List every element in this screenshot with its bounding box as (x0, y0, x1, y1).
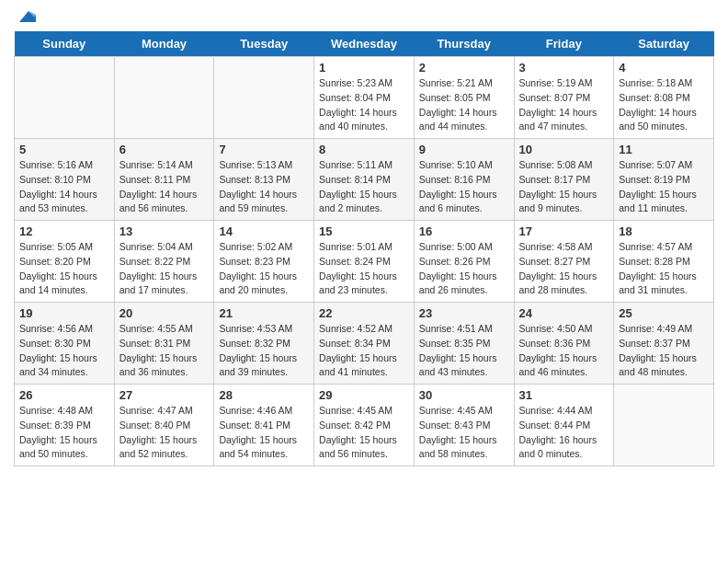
day-number: 13 (119, 224, 210, 238)
calendar-cell (614, 385, 714, 466)
day-number: 5 (19, 143, 109, 156)
day-number: 22 (319, 306, 409, 320)
day-number: 12 (19, 224, 109, 238)
page-header (14, 9, 714, 24)
calendar-cell: 27 Sunrise: 4:47 AMSunset: 8:40 PMDaylig… (114, 385, 214, 466)
day-detail: Sunrise: 4:45 AMSunset: 8:42 PMDaylight:… (319, 404, 409, 462)
day-detail: Sunrise: 5:11 AMSunset: 8:14 PMDaylight:… (319, 158, 409, 216)
col-header-saturday: Saturday (614, 31, 714, 57)
col-header-thursday: Thursday (414, 31, 514, 57)
calendar-cell: 7 Sunrise: 5:13 AMSunset: 8:13 PMDayligh… (214, 139, 314, 221)
calendar-cell: 26 Sunrise: 4:48 AMSunset: 8:39 PMDaylig… (15, 385, 115, 466)
day-detail: Sunrise: 4:46 AMSunset: 8:41 PMDaylight:… (219, 404, 309, 462)
day-detail: Sunrise: 5:07 AMSunset: 8:19 PMDaylight:… (619, 158, 709, 216)
calendar-cell: 25 Sunrise: 4:49 AMSunset: 8:37 PMDaylig… (614, 303, 714, 385)
day-detail: Sunrise: 4:44 AMSunset: 8:44 PMDaylight:… (519, 404, 609, 462)
col-header-sunday: Sunday (15, 31, 115, 57)
day-number: 31 (519, 388, 609, 402)
calendar-cell: 21 Sunrise: 4:53 AMSunset: 8:32 PMDaylig… (214, 303, 314, 385)
logo (14, 9, 36, 24)
calendar-cell: 14 Sunrise: 5:02 AMSunset: 8:23 PMDaylig… (214, 221, 314, 303)
week-row-5: 26 Sunrise: 4:48 AMSunset: 8:39 PMDaylig… (15, 385, 714, 466)
calendar-cell: 31 Sunrise: 4:44 AMSunset: 8:44 PMDaylig… (514, 385, 614, 466)
calendar-cell: 18 Sunrise: 4:57 AMSunset: 8:28 PMDaylig… (614, 221, 714, 303)
day-number: 21 (219, 306, 309, 320)
calendar-cell: 3 Sunrise: 5:19 AMSunset: 8:07 PMDayligh… (514, 57, 614, 139)
day-detail: Sunrise: 4:45 AMSunset: 8:43 PMDaylight:… (419, 404, 509, 462)
day-number: 19 (19, 306, 109, 320)
calendar-cell: 23 Sunrise: 4:51 AMSunset: 8:35 PMDaylig… (414, 303, 514, 385)
calendar-cell: 19 Sunrise: 4:56 AMSunset: 8:30 PMDaylig… (15, 303, 115, 385)
day-detail: Sunrise: 4:57 AMSunset: 8:28 PMDaylight:… (619, 240, 709, 298)
calendar-cell: 16 Sunrise: 5:00 AMSunset: 8:26 PMDaylig… (414, 221, 514, 303)
calendar-cell: 28 Sunrise: 4:46 AMSunset: 8:41 PMDaylig… (214, 385, 314, 466)
day-detail: Sunrise: 4:56 AMSunset: 8:30 PMDaylight:… (19, 322, 109, 380)
day-number: 9 (419, 143, 509, 156)
day-detail: Sunrise: 4:47 AMSunset: 8:40 PMDaylight:… (119, 404, 210, 462)
day-number: 27 (119, 388, 210, 402)
day-number: 15 (319, 224, 409, 238)
day-detail: Sunrise: 4:55 AMSunset: 8:31 PMDaylight:… (119, 322, 210, 380)
calendar-cell: 1 Sunrise: 5:23 AMSunset: 8:04 PMDayligh… (314, 57, 415, 139)
day-number: 3 (519, 61, 609, 75)
day-detail: Sunrise: 4:52 AMSunset: 8:34 PMDaylight:… (319, 322, 409, 380)
day-number: 28 (219, 388, 309, 402)
day-number: 26 (19, 388, 109, 402)
calendar-cell: 9 Sunrise: 5:10 AMSunset: 8:16 PMDayligh… (414, 139, 514, 221)
day-detail: Sunrise: 5:08 AMSunset: 8:17 PMDaylight:… (519, 158, 609, 216)
day-number: 16 (419, 224, 509, 238)
page-container: SundayMondayTuesdayWednesdayThursdayFrid… (0, 0, 728, 476)
calendar-cell: 6 Sunrise: 5:14 AMSunset: 8:11 PMDayligh… (114, 139, 214, 221)
day-detail: Sunrise: 4:53 AMSunset: 8:32 PMDaylight:… (219, 322, 309, 380)
day-detail: Sunrise: 5:00 AMSunset: 8:26 PMDaylight:… (419, 240, 509, 298)
week-row-1: 1 Sunrise: 5:23 AMSunset: 8:04 PMDayligh… (15, 57, 714, 139)
day-number: 29 (319, 388, 409, 402)
logo-icon (16, 9, 36, 24)
day-detail: Sunrise: 4:50 AMSunset: 8:36 PMDaylight:… (519, 322, 609, 380)
day-detail: Sunrise: 5:01 AMSunset: 8:24 PMDaylight:… (319, 240, 409, 298)
calendar-cell: 11 Sunrise: 5:07 AMSunset: 8:19 PMDaylig… (614, 139, 714, 221)
day-detail: Sunrise: 5:02 AMSunset: 8:23 PMDaylight:… (219, 240, 309, 298)
col-header-monday: Monday (114, 31, 214, 57)
day-number: 2 (419, 61, 509, 75)
calendar-cell: 20 Sunrise: 4:55 AMSunset: 8:31 PMDaylig… (114, 303, 214, 385)
day-number: 6 (119, 143, 210, 156)
day-detail: Sunrise: 5:14 AMSunset: 8:11 PMDaylight:… (119, 158, 210, 216)
col-header-tuesday: Tuesday (214, 31, 314, 57)
calendar-cell: 15 Sunrise: 5:01 AMSunset: 8:24 PMDaylig… (314, 221, 415, 303)
calendar-cell: 8 Sunrise: 5:11 AMSunset: 8:14 PMDayligh… (314, 139, 415, 221)
day-detail: Sunrise: 5:13 AMSunset: 8:13 PMDaylight:… (219, 158, 309, 216)
day-number: 8 (319, 143, 409, 156)
week-row-2: 5 Sunrise: 5:16 AMSunset: 8:10 PMDayligh… (15, 139, 714, 221)
day-detail: Sunrise: 4:48 AMSunset: 8:39 PMDaylight:… (19, 404, 109, 462)
day-detail: Sunrise: 5:18 AMSunset: 8:08 PMDaylight:… (619, 76, 709, 134)
day-detail: Sunrise: 5:10 AMSunset: 8:16 PMDaylight:… (419, 158, 509, 216)
day-detail: Sunrise: 5:05 AMSunset: 8:20 PMDaylight:… (19, 240, 109, 298)
day-number: 17 (519, 224, 609, 238)
calendar-cell: 13 Sunrise: 5:04 AMSunset: 8:22 PMDaylig… (114, 221, 214, 303)
calendar-cell: 4 Sunrise: 5:18 AMSunset: 8:08 PMDayligh… (614, 57, 714, 139)
day-number: 23 (419, 306, 509, 320)
day-number: 7 (219, 143, 309, 156)
day-number: 25 (619, 306, 709, 320)
calendar-cell (214, 57, 314, 139)
day-number: 4 (619, 61, 709, 75)
calendar-cell: 12 Sunrise: 5:05 AMSunset: 8:20 PMDaylig… (15, 221, 115, 303)
day-number: 30 (419, 388, 509, 402)
calendar-cell: 30 Sunrise: 4:45 AMSunset: 8:43 PMDaylig… (414, 385, 514, 466)
week-row-4: 19 Sunrise: 4:56 AMSunset: 8:30 PMDaylig… (15, 303, 714, 385)
day-detail: Sunrise: 5:23 AMSunset: 8:04 PMDaylight:… (319, 76, 409, 134)
calendar-cell: 24 Sunrise: 4:50 AMSunset: 8:36 PMDaylig… (514, 303, 614, 385)
day-detail: Sunrise: 5:19 AMSunset: 8:07 PMDaylight:… (519, 76, 609, 134)
day-number: 1 (319, 61, 409, 75)
day-number: 24 (519, 306, 609, 320)
calendar-cell: 2 Sunrise: 5:21 AMSunset: 8:05 PMDayligh… (414, 57, 514, 139)
calendar-cell: 5 Sunrise: 5:16 AMSunset: 8:10 PMDayligh… (15, 139, 115, 221)
calendar-cell (15, 57, 115, 139)
day-number: 10 (519, 143, 609, 156)
day-detail: Sunrise: 5:04 AMSunset: 8:22 PMDaylight:… (119, 240, 210, 298)
day-detail: Sunrise: 4:49 AMSunset: 8:37 PMDaylight:… (619, 322, 709, 380)
day-number: 14 (219, 224, 309, 238)
svg-marker-0 (19, 11, 36, 22)
day-detail: Sunrise: 4:51 AMSunset: 8:35 PMDaylight:… (419, 322, 509, 380)
